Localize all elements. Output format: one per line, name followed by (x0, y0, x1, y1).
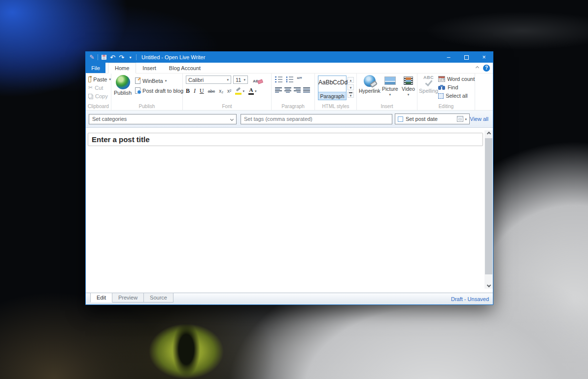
numbered-list-icon[interactable] (286, 76, 293, 82)
style-selected-name: Paragraph (318, 92, 346, 100)
customize-qat-button[interactable]: ▾ (127, 52, 134, 63)
blog-account-icon (135, 77, 140, 84)
font-color-dropdown-icon[interactable]: ▾ (255, 89, 257, 93)
publish-group-label: Publish (111, 104, 182, 109)
undo-button[interactable]: ↶ (109, 52, 116, 63)
tab-blog-account[interactable]: Blog Account (163, 63, 207, 73)
video-button[interactable]: Video ▾ (400, 75, 417, 96)
scroll-up-button[interactable] (484, 130, 493, 137)
highlight-dropdown-icon[interactable]: ▾ (242, 89, 244, 93)
font-color-button[interactable]: A▾ (248, 87, 257, 95)
minimize-button[interactable]: – (440, 52, 457, 63)
close-button[interactable]: × (475, 52, 493, 63)
paste-button[interactable]: Paste ▾ (88, 76, 111, 83)
save-button[interactable] (101, 52, 107, 63)
word-count-button[interactable]: 123 Word count (438, 76, 475, 82)
post-date-checkbox[interactable] (398, 116, 403, 122)
font-size-value: 11 (236, 77, 241, 83)
blog-account-dropdown[interactable]: WinBeta ▾ (135, 77, 183, 84)
tab-home[interactable]: Home (108, 63, 136, 74)
tab-file[interactable]: File (86, 63, 105, 73)
bold-button[interactable]: B (186, 87, 190, 95)
blockquote-icon[interactable]: “” (297, 77, 302, 82)
tab-edit[interactable]: Edit (90, 293, 112, 303)
tab-source[interactable]: Source (143, 293, 173, 303)
cut-label: Cut (95, 85, 103, 91)
subscript-button[interactable]: x₂ (219, 88, 223, 94)
gallery-up-button[interactable]: ▴ (347, 77, 354, 83)
select-all-label: Select all (446, 93, 468, 99)
video-label: Video (402, 86, 415, 92)
underline-button[interactable]: U (200, 87, 204, 95)
align-justify-icon[interactable] (303, 87, 310, 93)
video-icon (404, 76, 413, 85)
gallery-more-button[interactable]: ▾ (347, 92, 354, 98)
app-icon[interactable]: ✎ (89, 52, 95, 63)
align-left-icon[interactable] (275, 87, 282, 93)
post-draft-button[interactable]: Post draft to blog (135, 87, 183, 94)
ribbon: Paste ▾ ✂ Cut Copy Clipboard Publish (86, 74, 493, 111)
status-bar: Edit Preview Source Draft - Unsaved (86, 293, 493, 304)
tab-insert[interactable]: Insert (136, 63, 163, 73)
collapse-ribbon-icon[interactable] (476, 66, 479, 70)
date-picker-button[interactable]: ▾ (457, 116, 467, 122)
editor-scrollbar[interactable] (484, 130, 493, 289)
strikethrough-button[interactable]: abc (208, 89, 215, 94)
highlight-button[interactable]: ▾ (235, 88, 244, 95)
post-draft-icon (135, 87, 140, 94)
align-center-icon[interactable] (284, 87, 291, 93)
maximize-button[interactable] (457, 52, 475, 63)
categories-placeholder: Set categories (92, 116, 127, 122)
scrollbar-thumb[interactable] (485, 138, 492, 274)
publish-button[interactable]: Publish (114, 75, 132, 96)
scroll-down-button[interactable] (484, 282, 493, 289)
categories-combobox[interactable]: Set categories (89, 114, 237, 124)
picture-button[interactable]: Picture ▾ (381, 75, 399, 96)
post-title-input[interactable] (88, 133, 483, 146)
copy-button[interactable]: Copy (88, 92, 111, 100)
picture-icon (384, 76, 396, 85)
copy-label: Copy (95, 93, 108, 99)
clear-formatting-button[interactable]: AB (253, 76, 263, 83)
post-draft-label: Post draft to blog (142, 88, 183, 94)
view-all-link[interactable]: View all (470, 116, 490, 122)
view-tabs: Edit Preview Source (90, 293, 173, 303)
help-icon[interactable]: ? (483, 65, 490, 72)
publish-label: Publish (114, 90, 132, 96)
font-group-label: Font (183, 104, 271, 109)
clipboard-group: Paste ▾ ✂ Cut Copy Clipboard (86, 74, 111, 110)
cut-button[interactable]: ✂ Cut (88, 84, 111, 91)
window-title: Untitled - Open Live Writer (141, 54, 205, 60)
cut-icon: ✂ (88, 84, 93, 91)
spelling-button[interactable]: ABC Spelling (419, 75, 438, 99)
paragraph-group-label: Paragraph (272, 104, 314, 109)
superscript-button[interactable]: x² (227, 88, 231, 94)
style-gallery-item[interactable]: AaBbCcDd Paragraph (318, 76, 346, 100)
style-sample: AaBbCcDd (318, 76, 346, 86)
tab-preview[interactable]: Preview (112, 293, 144, 303)
align-right-icon[interactable] (294, 87, 301, 93)
gallery-down-button[interactable]: ▾ (347, 84, 354, 90)
editing-group-label: Editing (417, 104, 475, 109)
gallery-scroll-buttons: ▴ ▾ ▾ (347, 77, 354, 98)
hyperlink-icon (364, 75, 376, 87)
video-dropdown-icon[interactable]: ▾ (408, 93, 410, 96)
select-all-button[interactable]: Select all (438, 92, 475, 99)
date-dropdown-icon: ▾ (465, 117, 467, 121)
paste-dropdown-icon[interactable]: ▾ (109, 77, 111, 81)
bullet-list-icon[interactable] (275, 76, 282, 82)
italic-button[interactable]: I (194, 87, 196, 95)
blog-account-dropdown-icon: ▾ (165, 79, 167, 82)
picture-dropdown-icon[interactable]: ▾ (389, 93, 391, 96)
font-family-combobox[interactable]: Calibri ▾ (186, 76, 231, 84)
find-button[interactable]: Find (438, 84, 475, 91)
post-editor[interactable] (86, 128, 493, 293)
categories-dropdown-icon (230, 117, 234, 120)
tags-input[interactable] (241, 114, 392, 124)
insert-group-label: Insert (357, 104, 417, 109)
qat-separator (136, 54, 137, 60)
insert-group: Hyperlink Picture ▾ Video ▾ Insert (357, 74, 417, 110)
hyperlink-button[interactable]: Hyperlink (359, 75, 380, 96)
redo-button[interactable]: ↷ (118, 52, 125, 63)
font-size-combobox[interactable]: 11 ▾ (233, 76, 248, 84)
